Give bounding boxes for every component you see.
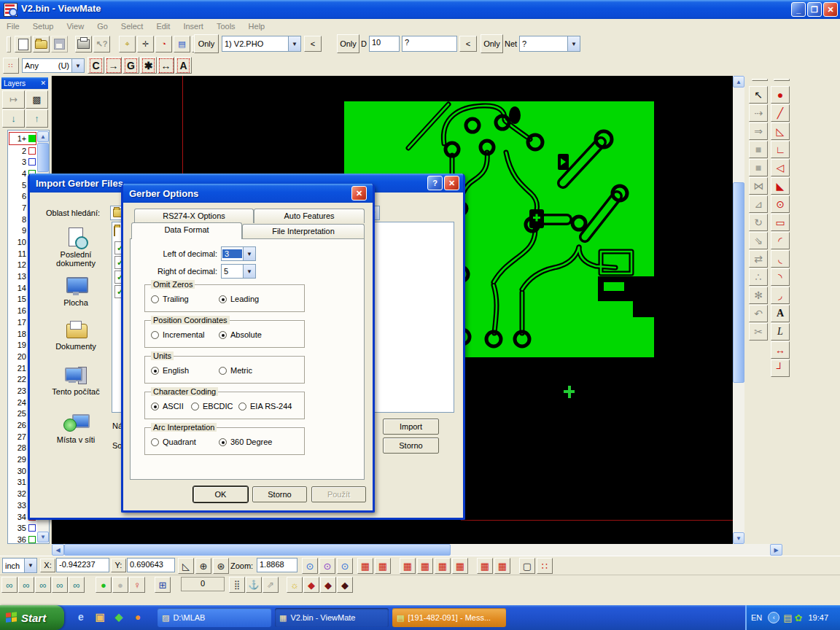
dialog-help-button[interactable]: ? (427, 176, 443, 190)
label-tool[interactable]: L (771, 323, 790, 341)
tab-data-format[interactable]: Data Format (131, 222, 242, 239)
x-coord-button[interactable]: X: (40, 559, 55, 572)
zoom-window-icon[interactable]: ⊙ (337, 558, 353, 574)
zoom-in-icon[interactable]: ⊙ (302, 558, 318, 574)
close-icon[interactable]: ✕ (40, 79, 46, 87)
shear-tool[interactable]: ⊿ (749, 195, 768, 213)
cut-tool[interactable]: ✂ (749, 323, 768, 341)
gerber-cancel-button[interactable]: Storno (252, 486, 307, 502)
scroll-right-icon[interactable]: ▶ (770, 544, 782, 556)
draw-toolbar-grip[interactable] (774, 79, 790, 81)
chevron-down-icon[interactable]: ▼ (243, 247, 255, 260)
select-text-button[interactable]: A (175, 57, 192, 74)
radio-leading[interactable]: Leading (219, 295, 259, 303)
triangle-tool[interactable]: ◣ (771, 177, 790, 195)
grid-copy-icon[interactable]: ▦ (494, 558, 510, 574)
rectangle-tool[interactable]: ▭ (771, 214, 790, 231)
view-polygons-icon[interactable]: ∞ (35, 577, 51, 593)
only-layer-button[interactable]: Only (194, 34, 219, 53)
place-recent[interactable]: Poslední dokumenty (42, 228, 109, 268)
zoom-box-icon[interactable]: ▢ (519, 558, 535, 574)
highlight-off-icon[interactable]: ● (112, 577, 128, 593)
tab-auto-features[interactable]: Auto Features (254, 209, 365, 223)
grid-snap-icon[interactable]: ▦ (357, 558, 373, 574)
right-of-decimal-combo[interactable]: 5 ▼ (221, 264, 256, 279)
highlight-net-icon[interactable]: ♀ (129, 577, 145, 593)
import-button[interactable]: Import (383, 419, 439, 435)
layers-scroll-up-icon[interactable]: ▲ (37, 131, 49, 142)
scroll-down-icon[interactable]: ▼ (733, 532, 744, 544)
angle-measure-icon[interactable]: ◺ (178, 558, 194, 574)
radio-ascii[interactable]: ASCII (151, 402, 184, 411)
fill-rect-tool[interactable]: ■ (749, 159, 768, 176)
view-sketch-icon[interactable]: ∞ (69, 577, 85, 593)
layer-color-swatch[interactable] (28, 158, 36, 166)
open-file-button[interactable] (33, 36, 50, 52)
select-circle-button[interactable]: C (88, 57, 104, 74)
pattern-darker-icon[interactable]: ◆ (337, 577, 353, 593)
pattern-pad-icon[interactable]: ◆ (303, 577, 319, 593)
select-tool[interactable]: ↖ (749, 86, 768, 104)
x-coord-field[interactable]: -0.942237 (56, 558, 109, 572)
select-arrow-button[interactable]: → (105, 57, 122, 74)
prev-layer-button[interactable]: < (304, 36, 322, 52)
pattern-dark-icon[interactable]: ◆ (320, 577, 336, 593)
tools-button[interactable]: ✛ (137, 36, 154, 52)
layers-scroll-thumb[interactable] (37, 143, 49, 172)
firefox-icon[interactable]: ● (130, 609, 146, 625)
split-window-icon[interactable]: ⊞ (155, 577, 171, 593)
origin-icon[interactable]: ⊕ (195, 558, 211, 574)
circle-tool[interactable]: ⊙ (771, 195, 790, 213)
dcode-filter-input[interactable]: ? (402, 36, 457, 52)
pad-tool[interactable]: ● (771, 86, 790, 104)
radio-icon[interactable] (151, 295, 159, 303)
corner-trace-tool[interactable]: ∟ (771, 141, 790, 158)
line-tool[interactable]: ╱ (771, 104, 790, 122)
layer-row-2[interactable]: 2 (9, 145, 36, 157)
context-help-button[interactable]: ↖? (93, 36, 110, 52)
new-file-button[interactable] (15, 36, 31, 52)
scroll-up-icon[interactable]: ▲ (733, 76, 744, 88)
ie-icon[interactable]: e (73, 609, 89, 625)
gerber-close-button[interactable]: ✕ (351, 186, 367, 201)
explorer-icon[interactable]: ▣ (92, 609, 108, 625)
chevron-down-icon[interactable]: ▼ (243, 265, 255, 278)
chevron-down-icon[interactable]: ▼ (71, 59, 84, 72)
radio-ebcdic[interactable]: EBCDIC (191, 402, 233, 411)
pan-up-icon[interactable]: ▦ (452, 558, 468, 574)
highlight-on-icon[interactable]: ● (96, 577, 112, 593)
arc-tool-4[interactable]: ◞ (771, 287, 790, 304)
colors-button[interactable]: ▤ (174, 36, 190, 52)
ok-button[interactable]: OK (193, 486, 248, 502)
paint-rect-tool[interactable]: ■ (749, 141, 768, 158)
place-computer[interactable]: Tento počítač (42, 365, 109, 396)
radio-icon[interactable] (191, 402, 199, 411)
net-combo[interactable]: ? ▼ (519, 36, 580, 52)
radio-icon[interactable] (151, 438, 159, 446)
layer-color-swatch[interactable] (28, 524, 36, 532)
corner2-tool[interactable]: ┘ (771, 359, 790, 377)
radio-icon[interactable] (219, 295, 227, 303)
select-width-button[interactable]: ↔ (158, 57, 174, 74)
select-flash-button[interactable]: ✱ (140, 57, 157, 74)
zoom-field[interactable]: 1.8868 (257, 558, 298, 572)
layer-row-3[interactable]: 3 (9, 156, 36, 168)
menu-select[interactable]: Select (114, 20, 150, 32)
pan-down-icon[interactable]: ▦ (435, 558, 451, 574)
settings-tool[interactable]: ✻ (749, 287, 768, 304)
horizontal-scrollbar[interactable] (64, 544, 770, 556)
layer-down-button[interactable]: ↓ (2, 109, 25, 128)
move-to-layer-tool[interactable]: ⇒ (749, 122, 768, 140)
layer-color-swatch[interactable] (28, 135, 36, 142)
menu-view[interactable]: View (60, 20, 90, 32)
radio-icon[interactable] (219, 438, 227, 446)
scroll-left-icon[interactable]: ◀ (52, 544, 64, 556)
tray-notes-icon[interactable]: ▤ (783, 612, 792, 623)
task-viewmate[interactable]: ▦V2.bin - ViewMate (275, 608, 389, 627)
locate-icon[interactable]: ⊛ (213, 558, 229, 574)
restore-button[interactable]: ❐ (807, 2, 822, 17)
menu-go[interactable]: Go (90, 20, 114, 32)
menu-insert[interactable]: Insert (176, 20, 210, 32)
scale-tool[interactable]: ⇘ (749, 232, 768, 249)
radio-incremental[interactable]: Incremental (151, 330, 204, 339)
